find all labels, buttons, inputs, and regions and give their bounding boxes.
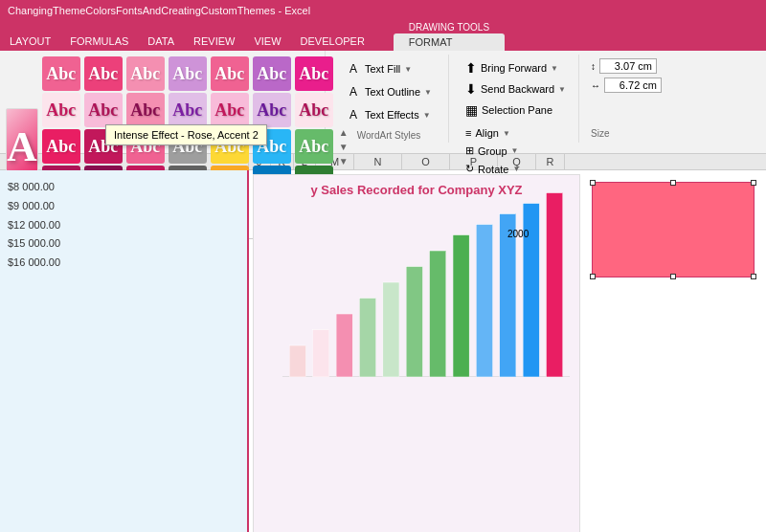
expand-grid[interactable]: ▼ [339,156,349,166]
handle-bm [670,274,676,279]
arrange-btn-group: ⬆ Bring Forward ▼ ⬇ Send Backward ▼ ▦ Se… [459,56,573,122]
abc-cell-2-0[interactable]: Abc [42,129,80,164]
handle-tl [590,180,596,186]
scroll-up[interactable]: ▲ [339,127,349,138]
group-icon: ⊞ [465,144,474,157]
content-area: J K L M N O P Q R $8 000.00 $9 000.00 $1… [0,154,766,532]
top-bar: ChangingThemeColorsFontsAndCreatingCusto… [0,0,766,154]
text-outline-btn[interactable]: A Text Outline ▼ [339,81,439,102]
text-effects-label: Text Effects [365,109,419,121]
abc-cell-1-6[interactable]: Abc [295,93,333,127]
abc-cell-0-4[interactable]: Abc [211,56,249,91]
width-input[interactable] [604,78,662,93]
align-arrow: ▼ [503,129,510,138]
tab-data[interactable]: DATA [138,32,184,51]
chart-bars: 2000 JanuaryFebruaryMarchAprilMayJuneJul… [254,205,579,415]
tab-review[interactable]: REVIEW [184,32,244,51]
text-outline-icon: A [346,84,361,100]
abc-cell-1-3[interactable]: Abc [169,93,207,127]
tab-developer[interactable]: DEVELOPER [291,32,374,51]
bring-forward-icon: ⬆ [465,60,477,76]
abc-cell-1-4[interactable]: Abc [211,93,249,127]
abc-cell-0-6[interactable]: Abc [295,56,333,91]
bring-forward-btn[interactable]: ⬆ Bring Forward ▼ [461,58,571,78]
data-row-4: $15 000.00 [8,234,239,254]
svg-rect-5 [336,314,352,377]
abc-cell-0-0[interactable]: Abc [42,56,80,91]
scroll-down[interactable]: ▼ [339,142,349,152]
title-bar: ChangingThemeColorsFontsAndCreatingCusto… [0,0,766,21]
group-arrow: ▼ [511,146,519,155]
size-section: ↕ ↔ Size [583,55,669,143]
text-effects-icon: A [346,107,361,122]
send-backward-icon: ⬇ [465,81,477,97]
arrange-section: ⬆ Bring Forward ▼ ⬇ Send Backward ▼ ▦ Se… [453,55,579,143]
y-axis-label: 2000 [507,229,529,239]
selection-pane-btn[interactable]: ▦ Selection Pane [461,100,571,120]
tab-formulas[interactable]: FORMULAS [60,32,138,51]
tooltip-text: Intense Effect - Rose, Accent 2 [114,129,259,141]
width-row: ↔ [591,78,662,93]
align-btn[interactable]: ≡ Align ▼ [461,125,571,141]
handle-tr [751,180,756,186]
tab-view[interactable]: VIEW [244,32,290,51]
text-fill-label: Text Fill [365,63,400,75]
wordart-section-label: WordArt Styles [357,128,421,141]
svg-rect-15 [453,235,469,378]
tab-layout[interactable]: LAYOUT [0,32,60,51]
main-rows: $8 000.00 $9 000.00 $12 000.00 $15 000.0… [0,170,766,532]
text-fill-btn[interactable]: A Text Fill ▼ [339,58,439,79]
abc-cell-1-0[interactable]: Abc [42,93,80,127]
selection-pane-icon: ▦ [465,102,478,118]
abc-cell-1-1[interactable]: Abc [84,93,123,127]
abc-cell-0-5[interactable]: Abc [253,56,291,91]
group-btn[interactable]: ⊞ Group ▼ [461,143,571,159]
data-row-1: $8 000.00 [8,178,239,197]
width-icon: ↔ [591,80,600,91]
data-row-3: $12 000.00 [8,216,239,235]
right-panel [584,170,766,532]
text-btn-group: A Text Fill ▼ A Text Outline ▼ A Text Ef… [337,56,440,127]
chart-area: y Sales Recorded for Company XYZ 2000 Ja… [253,174,580,532]
abc-cell-1-5[interactable]: Abc [253,93,291,127]
text-outline-arrow: ▼ [424,88,432,97]
align-label: Align [475,127,498,139]
height-icon: ↕ [591,61,596,72]
send-backward-btn[interactable]: ⬇ Send Backward ▼ [461,79,571,99]
abc-cell-2-6[interactable]: Abc [295,129,333,164]
text-effects-btn[interactable]: A Text Effects ▼ [339,104,439,125]
wordart-panel: A AbcAbcAbcAbcAbcAbcAbcAbcAbcAbcAbcAbcAb… [0,51,326,153]
handle-tm [670,180,676,186]
left-data-panel: $8 000.00 $9 000.00 $12 000.00 $15 000.0… [0,170,249,532]
height-row: ↕ [591,58,662,74]
abc-cell-0-2[interactable]: Abc [126,56,165,91]
tab-format[interactable]: FORMAT [394,33,505,51]
text-effects-arrow: ▼ [423,111,431,120]
text-fill-icon: A [346,61,361,77]
bring-forward-label: Bring Forward [481,62,547,74]
grid-scroll: ▲ ▼ ▼ [339,127,349,166]
svg-rect-9 [383,282,399,377]
align-icon: ≡ [465,127,471,139]
svg-rect-11 [406,267,422,378]
svg-rect-3 [313,330,329,378]
title-text: ChangingThemeColorsFontsAndCreatingCusto… [8,5,310,16]
data-values: $8 000.00 $9 000.00 $12 000.00 $15 000.0… [0,170,247,280]
abc-cell-0-3[interactable]: Abc [169,56,207,91]
height-input[interactable] [599,58,657,74]
send-backward-arrow: ▼ [558,85,566,94]
chart-svg: JanuaryFebruaryMarchAprilMayJuneJulyAugu… [282,166,570,377]
svg-rect-13 [430,251,446,377]
svg-rect-23 [547,193,563,378]
abc-cell-1-2[interactable]: Abc [126,93,165,127]
ribbon: A AbcAbcAbcAbcAbcAbcAbcAbcAbcAbcAbcAbcAb… [0,51,766,154]
svg-rect-17 [476,225,492,378]
bring-forward-arrow: ▼ [551,64,558,73]
shape-preview[interactable] [592,182,755,277]
size-label: Size [591,126,662,139]
main-content: J K L M N O P Q R $8 000.00 $9 000.00 $1… [0,154,766,532]
drawing-tools-container: DRAWING TOOLS FORMAT [394,21,505,51]
text-outline-label: Text Outline [365,86,420,98]
abc-cell-0-1[interactable]: Abc [84,56,123,91]
svg-rect-1 [289,345,305,377]
